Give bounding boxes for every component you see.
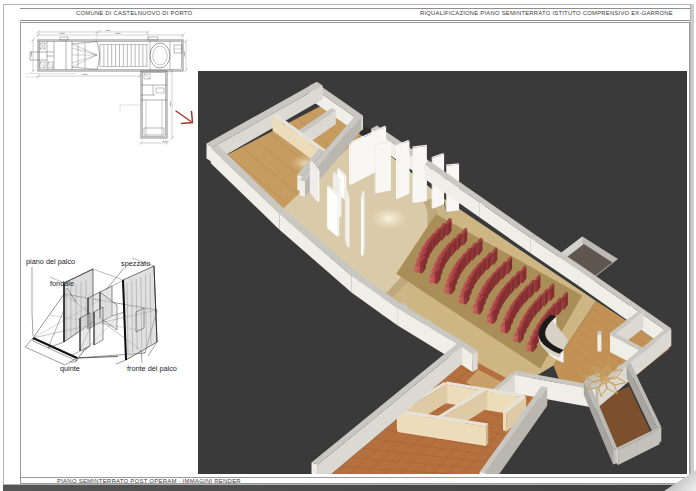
municipality-title: COMUNE DI CASTELNUOVO DI PORTO: [76, 10, 192, 16]
floor-plan-drawing: [26, 30, 202, 152]
sheet-caption: PIANO SEMINTERRATO POST OPERAM - IMMAGIN…: [57, 478, 241, 484]
page-right-edge: [691, 4, 694, 485]
drawing-sheet: COMUNE DI CASTELNUOVO DI PORTO RIQUALIFI…: [0, 0, 696, 491]
header-top-rule: [20, 8, 690, 9]
label-spezzato: spezzato: [121, 259, 150, 268]
arrow-shaft: [176, 111, 191, 122]
header-bottom-rule: [20, 20, 690, 21]
label-quinte: quinte: [60, 364, 80, 373]
page-bottom-shadow: [3, 485, 696, 491]
label-fondale: fondale: [50, 279, 74, 288]
stage-spotlight: [368, 205, 410, 231]
project-title: RIQUALIFICAZIONE PIANO SEMINTERRATO ISTI…: [420, 10, 673, 16]
render-3d-view: [198, 71, 687, 474]
label-fronte-del-palco: fronte del palco: [127, 364, 177, 373]
render-3d-svg: [198, 71, 687, 474]
floor-plan-svg: [26, 30, 202, 152]
stage-diagram-svg: piano del palcospezzatofondalequintefron…: [20, 250, 205, 382]
stage-scheme-diagram: piano del palcospezzatofondalequintefron…: [20, 250, 205, 382]
label-piano-del-palco: piano del palco: [26, 257, 75, 266]
